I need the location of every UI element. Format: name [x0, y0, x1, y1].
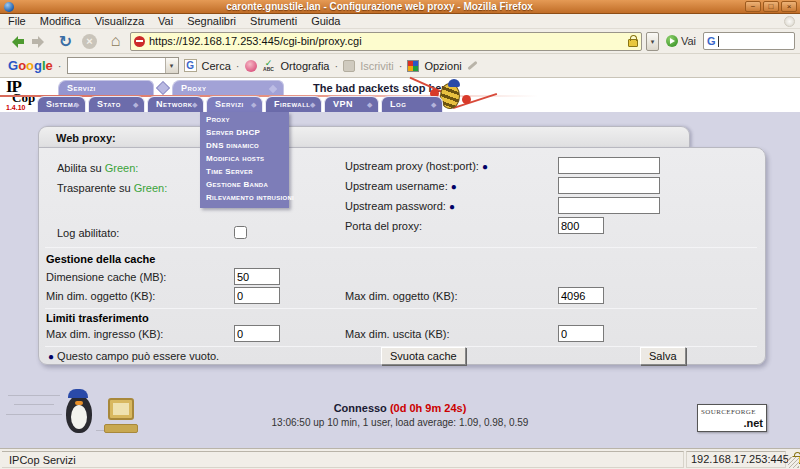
optional-bullet-icon: ● [449, 201, 455, 212]
subscribe-button: Iscriviti [360, 60, 394, 72]
tab-firewall[interactable]: Firewall◆ [265, 96, 322, 112]
stop-icon: × [80, 32, 101, 51]
menu-item-rilevamento-intrusioni[interactable]: Rilevamento intrusioni [200, 192, 289, 205]
breadcrumb-page: Proxy [172, 80, 284, 96]
back-icon[interactable] [5, 32, 26, 51]
firefox-window: caronte.gnustile.lan - Configurazione we… [0, 0, 800, 469]
proxy-port-label: Porta del proxy: [345, 220, 422, 232]
chevron-down-icon[interactable]: ▾ [165, 58, 178, 73]
menu-item-time-server[interactable]: Time Server [200, 166, 289, 179]
cache-section-title: Gestione della cache [46, 253, 155, 265]
menubar: File Modifica Visualizza Vai Segnalibri … [0, 14, 800, 29]
enable-green-label: Abilita su Green: [57, 162, 138, 174]
google-search-input[interactable]: ▾ [67, 57, 179, 74]
menu-guida[interactable]: Guida [311, 15, 340, 27]
menu-item-modifica-hosts[interactable]: Modifica hosts [200, 153, 289, 166]
home-icon[interactable]: ⌂ [105, 32, 126, 51]
minimize-icon[interactable]: − [745, 1, 761, 12]
tab-sistema[interactable]: Sistema◆ [37, 96, 86, 112]
options-icon [407, 60, 419, 72]
sourceforge-logo[interactable]: SOURCEFORGE .net [697, 404, 767, 432]
menu-item-dns-dinamico[interactable]: DNS dinamico [200, 140, 289, 153]
tab-stato[interactable]: Stato◆ [88, 96, 145, 112]
separator-dot: · [58, 60, 62, 72]
forward-icon[interactable] [30, 32, 51, 51]
cache-size-input[interactable] [234, 268, 280, 285]
menu-item-proxy[interactable]: Proxy [200, 114, 289, 127]
resize-grip[interactable] [788, 457, 799, 468]
menu-segnalibri[interactable]: Segnalibri [187, 15, 236, 27]
search-box[interactable]: G [703, 32, 795, 50]
throbber-icon [784, 16, 795, 27]
menu-modifica[interactable]: Modifica [40, 15, 81, 27]
proxy-port-input[interactable] [558, 217, 604, 234]
cache-size-label: Dimensione cache (MB): [46, 271, 166, 283]
optional-field-note: ● Questo campo può essere vuoto. [48, 350, 219, 362]
breadcrumb-section: Servizi [58, 80, 154, 96]
google-search-button[interactable]: Cerca [202, 60, 231, 72]
tab-vpn[interactable]: VPN◆ [324, 96, 379, 112]
reload-icon[interactable]: ↻ [55, 32, 76, 51]
upstream-password-input[interactable] [558, 197, 660, 214]
maximize-icon[interactable]: □ [763, 1, 779, 12]
close-icon[interactable]: × [781, 1, 797, 12]
spellcheck-icon: ✓ABC [262, 60, 276, 72]
breadcrumb-arrow-icon [156, 81, 170, 95]
separator-dot: · [236, 60, 240, 72]
uptime-badge: (0d 0h 9m 24s) [390, 402, 466, 414]
system-info: 13:06:50 up 10 min, 1 user, load average… [0, 417, 800, 428]
url-bar[interactable] [130, 32, 642, 51]
max-incoming-input[interactable] [234, 325, 280, 342]
clear-cache-button[interactable]: Svuota cache [381, 347, 466, 365]
divider [45, 247, 757, 248]
tab-servizi[interactable]: Servizi◆ [206, 96, 263, 112]
page-title: Web proxy: [38, 126, 690, 148]
ssl-lock-icon [628, 39, 638, 47]
max-object-label: Max dim. oggetto (KB): [345, 290, 458, 302]
max-incoming-label: Max dim. ingresso (KB): [46, 328, 163, 340]
tab-log[interactable]: Log◆ [381, 96, 443, 112]
menu-file[interactable]: File [8, 15, 26, 27]
menu-visualizza[interactable]: Visualizza [95, 15, 144, 27]
spellcheck-button[interactable]: Ortografia [281, 60, 330, 72]
divider [45, 308, 757, 309]
tab-network[interactable]: Network◆ [147, 96, 204, 112]
max-outgoing-input[interactable] [558, 325, 604, 342]
log-enabled-label: Log abilitato: [57, 227, 119, 239]
min-object-input[interactable] [234, 287, 280, 304]
menu-strumenti[interactable]: Strumenti [250, 15, 297, 27]
status-bar: IPCop Servizi 192.168.17.253:445 [0, 448, 800, 469]
go-arrow-icon [666, 35, 678, 47]
site-favicon [134, 36, 145, 47]
separator-dot: · [399, 60, 403, 72]
subscribe-icon [343, 60, 355, 72]
main-navigation: Sistema◆ Stato◆ Network◆ Servizi◆ Firewa… [0, 96, 800, 112]
upstream-proxy-label: Upstream proxy (host:port): ● [345, 160, 488, 172]
url-history-dropdown[interactable]: ▾ [646, 32, 659, 51]
servizi-dropdown-menu: Proxy Server DHCP DNS dinamico Modifica … [200, 112, 289, 208]
transfer-section-title: Limiti trasferimento [46, 312, 149, 324]
log-enabled-checkbox[interactable] [234, 226, 247, 239]
status-host: 192.168.17.253:445 [686, 451, 786, 468]
options-button[interactable]: Opzioni [424, 60, 461, 72]
menu-item-server-dhcp[interactable]: Server DHCP [200, 127, 289, 140]
optional-bullet-icon: ● [451, 181, 457, 192]
menu-vai[interactable]: Vai [158, 15, 173, 27]
status-text: IPCop Servizi [2, 451, 684, 468]
min-object-label: Min dim. oggetto (KB): [46, 290, 155, 302]
optional-bullet-icon: ● [482, 161, 488, 172]
upstream-username-input[interactable] [558, 177, 660, 194]
upstream-proxy-input[interactable] [558, 157, 660, 174]
highlighter-icon[interactable] [467, 61, 477, 70]
url-input[interactable] [149, 35, 624, 47]
menu-item-gestione-banda[interactable]: Gestione Banda [200, 179, 289, 192]
go-button[interactable]: Vai [663, 35, 699, 47]
max-outgoing-label: Max dim. uscita (KB): [345, 328, 450, 340]
pagerank-icon[interactable] [245, 60, 257, 72]
window-titlebar[interactable]: caronte.gnustile.lan - Configurazione we… [0, 0, 800, 14]
navigation-toolbar: ↻ × ⌂ ▾ Vai G [0, 29, 800, 54]
upstream-username-label: Upstream username: ● [345, 180, 457, 192]
max-object-input[interactable] [558, 287, 604, 304]
save-button[interactable]: Salva [640, 347, 686, 365]
google-toolbar: Google · ▾ G Cerca · ✓ABC Ortografia · I… [0, 54, 800, 78]
